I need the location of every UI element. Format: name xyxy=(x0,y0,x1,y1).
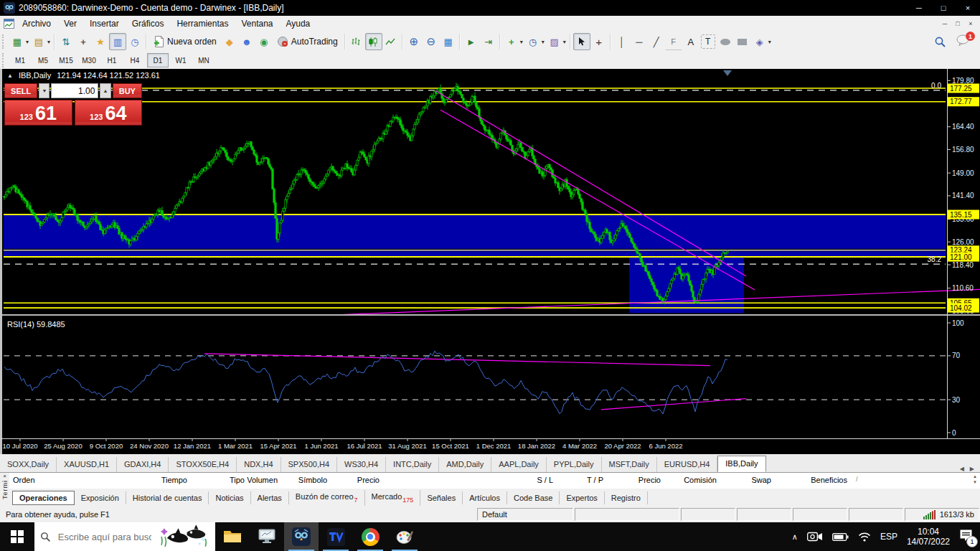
col-precio2[interactable]: Precio xyxy=(609,476,661,484)
line-chart-button[interactable] xyxy=(382,33,400,50)
tab-noticias[interactable]: Noticias xyxy=(209,491,250,504)
battery-icon[interactable] xyxy=(832,532,849,542)
col-orden[interactable]: Orden xyxy=(13,476,99,484)
strategy-tester-button[interactable]: ◷ xyxy=(126,33,143,50)
templates-caret-icon[interactable]: ▾ xyxy=(563,39,566,45)
tf-mn[interactable]: MN xyxy=(193,53,215,67)
taskbar-paint[interactable] xyxy=(387,522,422,551)
col-sl[interactable]: S / L xyxy=(504,476,553,484)
buy-price-button[interactable]: 123 64 xyxy=(75,100,143,126)
symbol-tab-amd[interactable]: AMD,Daily xyxy=(439,457,491,472)
autotrading-button[interactable]: AutoTrading xyxy=(273,34,342,50)
menu-ventana[interactable]: Ventana xyxy=(235,17,279,31)
expert-advisors-button[interactable]: ☻ xyxy=(238,33,255,50)
new-chart-caret-icon[interactable]: ▾ xyxy=(26,39,29,45)
fibonacci-tool-button[interactable]: F xyxy=(665,33,682,50)
tab-senales[interactable]: Señales xyxy=(420,491,463,504)
tf-m30[interactable]: M30 xyxy=(78,53,100,67)
symbol-tab-aapl[interactable]: AAPL,Daily xyxy=(491,457,547,472)
zoom-out-button[interactable]: ⊖ xyxy=(423,33,440,50)
search-icon[interactable] xyxy=(934,36,946,48)
text-label-tool-button[interactable]: T xyxy=(701,34,715,49)
tray-clock[interactable]: 10:04 14/07/2022 xyxy=(907,527,950,547)
symbol-tab-soxx[interactable]: SOXX,Daily xyxy=(0,457,57,472)
terminal-close-icon[interactable]: × xyxy=(3,473,6,480)
maximize-button[interactable]: □ xyxy=(931,0,956,16)
symbol-tab-stoxx50e[interactable]: STOXX50E,H4 xyxy=(169,457,237,472)
symbol-tab-intc[interactable]: INTC,Daily xyxy=(386,457,439,472)
taskbar-file-explorer[interactable] xyxy=(215,522,250,551)
candlestick-chart-button[interactable] xyxy=(365,33,382,50)
new-chart-button[interactable]: ▦ xyxy=(9,33,26,50)
menu-archivo[interactable]: Archivo xyxy=(16,17,57,31)
tf-h1[interactable]: H1 xyxy=(101,53,123,67)
volume-input[interactable] xyxy=(51,83,98,98)
menu-ver[interactable]: Ver xyxy=(57,17,83,31)
col-tiempo[interactable]: Tiempo xyxy=(117,476,187,484)
taskbar-search-input[interactable] xyxy=(57,531,153,543)
terminal-scroll-down-icon[interactable]: ▼ xyxy=(973,479,977,485)
taskbar-search-box[interactable] xyxy=(34,522,215,551)
start-button[interactable] xyxy=(0,522,34,551)
ellipse-tool-button[interactable] xyxy=(717,33,734,50)
menu-graficos[interactable]: Gráficos xyxy=(126,17,171,31)
chart-shift-button[interactable]: ⇥ xyxy=(480,33,497,50)
chart-area[interactable]: 0.038.2179.80164.40156.80149.00141.40133… xyxy=(0,69,980,454)
navigator-button[interactable]: ★ xyxy=(92,33,109,50)
market-watch-button[interactable]: ⇅ xyxy=(57,33,75,50)
sell-price-button[interactable]: 123 61 xyxy=(4,100,72,126)
text-tool-button[interactable]: A xyxy=(682,33,699,50)
volume-increase-button[interactable]: ▲ xyxy=(100,83,110,98)
child-close-button[interactable]: × xyxy=(964,20,977,27)
arrows-tool-button[interactable]: ◈ xyxy=(751,33,768,50)
templates-button[interactable]: ▨ xyxy=(546,33,563,50)
periods-button[interactable]: ◷ xyxy=(524,33,542,50)
notification-center-button[interactable]: 1 xyxy=(959,529,973,545)
col-beneficios[interactable]: Beneficios xyxy=(783,476,847,484)
menu-ayuda[interactable]: Ayuda xyxy=(279,17,316,31)
crosshair-tool-button[interactable]: + xyxy=(590,33,608,50)
horizontal-line-tool-button[interactable]: ─ xyxy=(631,33,648,50)
meet-now-camera-icon[interactable] xyxy=(807,532,823,542)
tf-h4[interactable]: H4 xyxy=(124,53,146,67)
tile-windows-button[interactable]: ▦ xyxy=(440,33,457,50)
col-swap[interactable]: Swap xyxy=(720,476,771,484)
rectangle-tool-button[interactable] xyxy=(734,33,751,50)
collapse-triangle-icon[interactable]: ▲ xyxy=(7,72,13,79)
zoom-in-button[interactable]: ⊕ xyxy=(405,33,423,50)
child-minimize-button[interactable]: ─ xyxy=(938,20,951,27)
chart-canvas[interactable]: 0.038.2179.80164.40156.80149.00141.40133… xyxy=(0,69,980,454)
taskbar-system-app[interactable] xyxy=(250,522,284,551)
auto-scroll-button[interactable]: ▶ xyxy=(463,33,480,50)
tab-mercado[interactable]: Mercado175 xyxy=(365,490,421,505)
tab-operaciones[interactable]: Operaciones xyxy=(12,491,75,505)
volume-decrease-button[interactable]: ▼ xyxy=(39,83,50,98)
tray-chevron-icon[interactable]: ∧ xyxy=(792,532,798,542)
buy-button[interactable]: BUY xyxy=(113,83,142,98)
symbol-tabs-prev-icon[interactable]: ◀ xyxy=(960,466,964,472)
indicators-button[interactable]: + xyxy=(503,33,520,50)
taskbar-chrome[interactable] xyxy=(353,522,387,551)
sell-button[interactable]: SELL xyxy=(4,83,37,98)
indicators-caret-icon[interactable]: ▾ xyxy=(520,39,523,45)
tab-alertas[interactable]: Alertas xyxy=(251,491,289,504)
col-volumen[interactable]: Volumen xyxy=(230,476,278,484)
bar-chart-button[interactable] xyxy=(348,33,365,50)
tf-m5[interactable]: M5 xyxy=(32,53,54,67)
data-window-button[interactable]: + xyxy=(75,33,92,50)
tray-language[interactable]: ESP xyxy=(880,532,897,542)
taskbar-mt4-darwinex[interactable] xyxy=(284,522,319,551)
signals-button[interactable]: ◉ xyxy=(255,33,273,50)
symbol-tab-eurusd[interactable]: EURUSD,H4 xyxy=(657,457,718,472)
tf-m15[interactable]: M15 xyxy=(55,53,77,67)
cursor-tool-button[interactable] xyxy=(573,33,590,50)
symbol-tab-gdaxi[interactable]: GDAXI,H4 xyxy=(117,457,169,472)
terminal-scroll-up-icon[interactable]: ▲ xyxy=(973,474,977,479)
minimize-button[interactable]: ─ xyxy=(907,0,931,16)
tab-historial[interactable]: Historial de cuentas xyxy=(126,491,209,504)
arrows-caret-icon[interactable]: ▾ xyxy=(768,39,771,45)
trendline-tool-button[interactable]: ╱ xyxy=(648,33,665,50)
symbol-tab-pypl[interactable]: PYPL,Daily xyxy=(547,457,602,472)
symbol-tab-xauusd[interactable]: XAUUSD,H1 xyxy=(57,457,117,472)
new-order-button[interactable]: Nueva orden xyxy=(149,34,221,50)
